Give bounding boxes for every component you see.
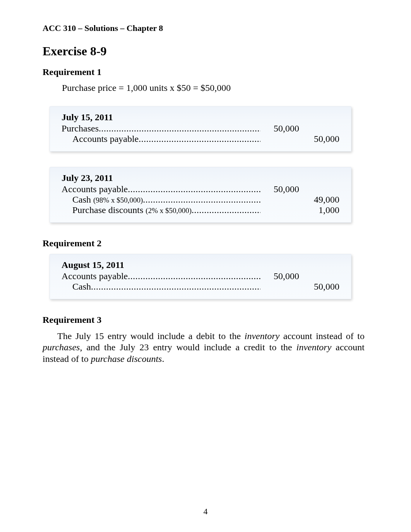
account-label: Accounts payable	[62, 184, 128, 194]
je-row: Accounts payable 50,000	[62, 271, 339, 281]
text-run: , and the July 23 entry would include a …	[80, 342, 296, 352]
account-note: (2% x $50,000)	[146, 206, 192, 215]
italic-term: inventory	[245, 331, 280, 341]
je-row: Purchase discounts (2% x $50,000) 1,000	[62, 205, 339, 215]
requirement-1-title: Requirement 1	[43, 67, 365, 77]
account-label: Purchases	[62, 123, 99, 133]
requirement-2-title: Requirement 2	[43, 238, 365, 249]
doc-header: ACC 310 – Solutions – Chapter 8	[43, 23, 365, 33]
italic-term: purchases	[43, 342, 80, 352]
credit-amount: 49,000	[301, 194, 339, 205]
debit-amount: 50,000	[260, 184, 299, 194]
debit-amount: 50,000	[260, 271, 299, 281]
account-note: (98% x $50,000)	[93, 196, 143, 204]
text-run: account instead of to	[279, 331, 365, 341]
je-row: Cash (98% x $50,000) 49,000	[62, 194, 339, 205]
entry-date: August 15, 2011	[62, 260, 339, 270]
journal-entry-jul-23: July 23, 2011 Accounts payable 50,000 Ca…	[50, 167, 351, 223]
italic-term: purchase discounts	[91, 354, 162, 364]
je-row: Purchases 50,000	[62, 123, 339, 134]
italic-term: inventory	[296, 342, 332, 352]
je-row: Accounts payable 50,000	[62, 184, 339, 194]
je-row: Accounts payable 50,000	[62, 134, 339, 144]
credit-amount: 1,000	[301, 205, 339, 215]
requirement-3-title: Requirement 3	[43, 315, 365, 325]
account-label: Cash	[62, 194, 91, 205]
exercise-title: Exercise 8-9	[43, 44, 365, 58]
je-row: Cash 50,000	[62, 281, 339, 292]
account-label: Accounts payable	[62, 271, 128, 281]
credit-amount: 50,000	[301, 134, 339, 144]
page-number: 4	[0, 506, 411, 517]
journal-entry-aug-15: August 15, 2011 Accounts payable 50,000 …	[50, 254, 351, 299]
purchase-price-calc: Purchase price = 1,000 units x $50 = $50…	[62, 83, 365, 93]
text-run: .	[162, 354, 164, 364]
account-label: Purchase discounts	[62, 205, 143, 215]
text-run: The July 15 entry would include a debit …	[57, 331, 245, 341]
account-label: Accounts payable	[62, 134, 139, 144]
journal-entry-jul-15: July 15, 2011 Purchases 50,000 Accounts …	[50, 106, 351, 152]
entry-date: July 15, 2011	[62, 112, 339, 123]
credit-amount: 50,000	[301, 281, 339, 292]
requirement-3-body: The July 15 entry would include a debit …	[43, 331, 365, 365]
debit-amount: 50,000	[260, 123, 299, 134]
page: ACC 310 – Solutions – Chapter 8 Exercise…	[0, 0, 411, 532]
account-label: Cash	[62, 281, 91, 292]
entry-date: July 23, 2011	[62, 173, 339, 183]
